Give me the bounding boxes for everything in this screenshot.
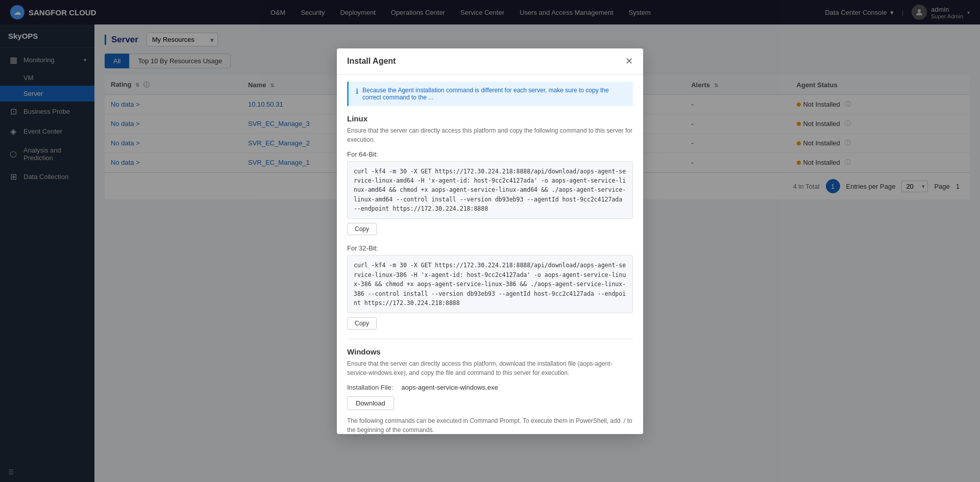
info-banner-icon: ℹ bbox=[356, 87, 358, 95]
copy-32bit-button[interactable]: Copy bbox=[347, 317, 377, 329]
windows-section-desc: Ensure that the server can directly acce… bbox=[347, 359, 633, 377]
modal-close-button[interactable]: ✕ bbox=[625, 57, 633, 66]
download-button[interactable]: Download bbox=[347, 396, 394, 410]
windows-section-title: Windows bbox=[347, 347, 633, 356]
linux-32bit-section: For 32-Bit: curl -kf4 -m 30 -X GET https… bbox=[347, 244, 633, 329]
linux-32bit-code: curl -kf4 -m 30 -X GET https://172.30.22… bbox=[347, 255, 633, 313]
linux-section-title: Linux bbox=[347, 114, 633, 123]
modal-overlay: Install Agent ✕ ℹ Because the Agent inst… bbox=[0, 0, 980, 482]
linux-32bit-label: For 32-Bit: bbox=[347, 244, 633, 252]
linux-64bit-code: curl -kf4 -m 30 -X GET https://172.30.22… bbox=[347, 161, 633, 219]
install-agent-modal: Install Agent ✕ ℹ Because the Agent inst… bbox=[337, 48, 643, 434]
install-file-value: aops-agent-service-windows.exe bbox=[401, 384, 498, 391]
modal-title: Install Agent bbox=[347, 57, 396, 66]
linux-section-desc: Ensure that the server can directly acce… bbox=[347, 126, 633, 144]
section-separator bbox=[347, 339, 633, 339]
info-banner: ℹ Because the Agent installation command… bbox=[347, 82, 633, 106]
modal-body: ℹ Because the Agent installation command… bbox=[337, 82, 643, 434]
install-file-row: Installation File: aops-agent-service-wi… bbox=[347, 384, 633, 391]
linux-64bit-label: For 64-Bit: bbox=[347, 150, 633, 158]
info-banner-text: Because the Agent installation command i… bbox=[362, 87, 626, 101]
modal-header: Install Agent ✕ bbox=[337, 48, 643, 74]
linux-64bit-section: For 64-Bit: curl -kf4 -m 30 -X GET https… bbox=[347, 150, 633, 236]
copy-64bit-button[interactable]: Copy bbox=[347, 223, 377, 235]
powershell-note: The following commands can be executed i… bbox=[347, 416, 633, 434]
install-file-label: Installation File: bbox=[347, 384, 393, 391]
